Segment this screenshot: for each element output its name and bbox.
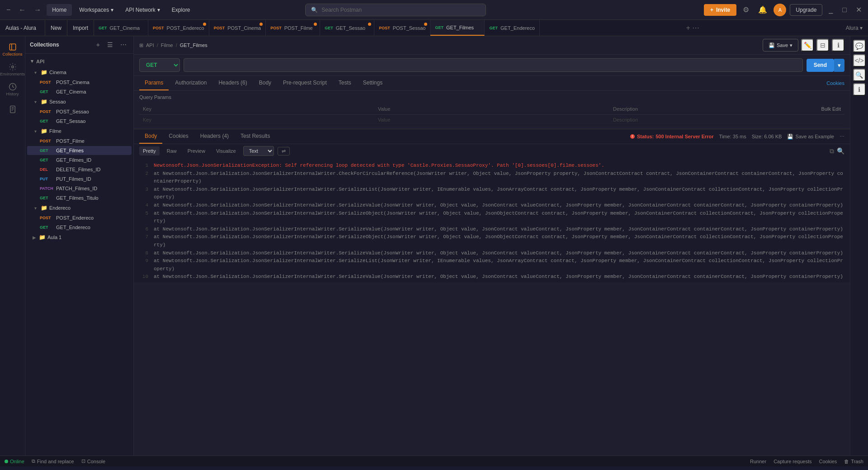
filter-btn[interactable]: ☰ (105, 40, 115, 50)
add-collection-btn[interactable]: + (94, 40, 102, 50)
tree-item-get-sessao[interactable]: GET GET_Sessao (27, 117, 132, 126)
send-btn[interactable]: Send (807, 59, 834, 72)
tab-settings[interactable]: Settings (358, 76, 388, 90)
avatar[interactable]: A (774, 4, 786, 16)
tree-folder-filme[interactable]: ▾ 📁 Filme (27, 126, 132, 136)
settings-btn[interactable]: ⚙ (740, 3, 752, 17)
runner-btn[interactable]: Runner (750, 459, 766, 464)
api-network-btn[interactable]: API Network ▾ (121, 4, 165, 16)
window-max-btn[interactable]: □ (840, 4, 849, 16)
tab-post-sessao[interactable]: POST POST_Sessao (374, 20, 430, 36)
rs-search-btn[interactable]: 🔍 (853, 69, 866, 81)
tab-tests[interactable]: Tests (333, 76, 357, 90)
wrap-btn[interactable]: ⇌ (278, 147, 290, 155)
desc-cell[interactable] (609, 115, 844, 125)
sidebar-item-history[interactable]: History (4, 80, 22, 99)
sidebar-item-environments[interactable]: Environments (4, 61, 22, 79)
tab-params[interactable]: Params (139, 76, 169, 90)
find-replace-btn[interactable]: ⧉ Find and replace (32, 458, 74, 464)
tree-item-get-filmes-titulo[interactable]: GET GET_Filmes_Titulo (27, 193, 132, 202)
desc-input[interactable] (613, 117, 841, 122)
format-raw[interactable]: Raw (163, 146, 180, 155)
tree-folder-endereco[interactable]: ▾ 📁 Endereco (27, 203, 132, 213)
tree-item-delete-filmes[interactable]: DEL DELETE_Filmes_ID (27, 165, 132, 174)
tree-item-get-filmes[interactable]: GET GET_Filmes (27, 146, 132, 155)
forward-btn[interactable]: → (31, 4, 44, 16)
format-preview[interactable]: Preview (184, 146, 209, 155)
sidebar-item-collections[interactable]: Collections (4, 41, 22, 59)
format-pretty[interactable]: Pretty (139, 146, 160, 155)
value-cell[interactable] (374, 115, 609, 125)
tab-get-cinema[interactable]: GET GET_Cinema (94, 20, 148, 36)
tab-post-cinema[interactable]: POST POST_Cinema (209, 20, 266, 36)
tree-item-get-cinema[interactable]: GET GET_Cinema (27, 87, 132, 96)
back-btn[interactable]: ← (16, 4, 28, 16)
tab-get-endereco[interactable]: GET GET_Endereco (485, 20, 539, 36)
home-tab[interactable]: Home (47, 4, 72, 16)
minimize-btn[interactable]: − (4, 4, 13, 16)
resp-tab-test-results[interactable]: Test Results (235, 129, 275, 144)
tab-authorization[interactable]: Authorization (170, 76, 212, 90)
key-input[interactable] (143, 117, 371, 122)
cookies-btn[interactable]: Cookies (819, 459, 837, 464)
window-min-btn[interactable]: ⎯ (826, 4, 836, 16)
upgrade-btn[interactable]: Upgrade (790, 4, 822, 16)
save-example-btn[interactable]: 💾 Save as Example (787, 134, 834, 140)
explore-btn[interactable]: Explore (167, 4, 195, 16)
invite-btn[interactable]: + Invite (704, 4, 736, 16)
save-btn[interactable]: 💾 Save ▾ (763, 39, 798, 52)
tab-get-sessao[interactable]: GET GET_Sessao (320, 20, 374, 36)
tree-item-put-filmes[interactable]: PUT PUT_Filmes_ID (27, 174, 132, 183)
url-input[interactable]: https://localhost:7174/filme (184, 58, 803, 72)
window-close-btn[interactable]: ✕ (853, 4, 864, 16)
workspaces-btn[interactable]: Workspaces ▾ (75, 4, 118, 16)
send-dropdown-btn[interactable]: ▾ (834, 59, 844, 72)
tree-item-post-filme[interactable]: POST POST_Filme (27, 136, 132, 146)
info-icon-btn[interactable]: ℹ (832, 39, 844, 52)
search-bar[interactable]: 🔍 Search Postman (305, 4, 486, 16)
bell-btn[interactable]: 🔔 (755, 3, 770, 17)
method-select[interactable]: GET POST PUT DELETE PATCH (139, 58, 180, 72)
cookies-link[interactable]: Cookies (826, 80, 844, 86)
console-btn[interactable]: ⊡ Console (81, 458, 105, 464)
tab-pre-request[interactable]: Pre-request Script (278, 76, 332, 90)
search-resp-btn[interactable]: 🔍 (837, 147, 844, 155)
capture-btn[interactable]: Capture requests (774, 459, 811, 464)
tree-item-post-sessao[interactable]: POST POST_Sessao (27, 107, 132, 116)
tree-folder-cinema[interactable]: ▾ 📁 Cinema (27, 67, 132, 77)
more-options-btn[interactable]: ⋯ (118, 40, 129, 50)
tree-folder-aula1[interactable]: ▶ 📁 Aula 1 (27, 232, 132, 242)
copy-btn[interactable]: ⧉ (830, 147, 834, 155)
tab-post-filme[interactable]: POST POST_Filme (266, 20, 320, 36)
more-resp-btn[interactable]: ⋯ (840, 134, 844, 140)
more-tabs-btn[interactable]: ⋯ (692, 24, 699, 32)
resp-tab-headers[interactable]: Headers (4) (195, 129, 234, 144)
edit-btn[interactable]: ✏️ (801, 39, 814, 52)
tree-item-get-filmes-id[interactable]: GET GET_Filmes_ID (27, 155, 132, 164)
tab-headers[interactable]: Headers (6) (213, 76, 252, 90)
text-type-select[interactable]: Text JSON XML HTML (243, 146, 274, 156)
bulk-edit-btn[interactable]: Bulk Edit (821, 106, 841, 112)
resp-tab-body[interactable]: Body (139, 129, 162, 144)
tab-post-endereco[interactable]: POST POST_Endereco (148, 20, 209, 36)
new-tab-btn[interactable]: New (45, 20, 67, 36)
key-cell[interactable] (139, 115, 374, 125)
tree-item-get-endereco[interactable]: GET GET_Endereco (27, 223, 132, 232)
sidebar-item-mock[interactable] (4, 100, 22, 118)
add-tab-btn[interactable]: + (686, 24, 690, 32)
import-btn[interactable]: Import (67, 20, 94, 36)
rs-chat-btn[interactable]: 💬 (853, 40, 866, 52)
rs-code-btn[interactable]: </> (853, 54, 866, 67)
tree-folder-sessao[interactable]: ▾ 📁 Sessao (27, 97, 132, 107)
format-visualize[interactable]: Visualize (212, 146, 240, 155)
rs-info-btn[interactable]: ℹ (853, 83, 866, 96)
split-btn[interactable]: ⊟ (816, 39, 829, 52)
resp-tab-cookies[interactable]: Cookies (163, 129, 193, 144)
tree-item-post-cinema[interactable]: POST POST_Cinema (27, 78, 132, 87)
tab-body[interactable]: Body (254, 76, 277, 90)
tree-item-post-endereco[interactable]: POST POST_Endereco (27, 213, 132, 222)
tree-item-patch-filmes[interactable]: PATCH PATCH_Filmes_ID (27, 184, 132, 193)
trash-btn[interactable]: 🗑 Trash (844, 459, 863, 464)
value-input[interactable] (378, 117, 606, 122)
tab-get-filmes[interactable]: GET GET_Filmes (430, 20, 485, 36)
